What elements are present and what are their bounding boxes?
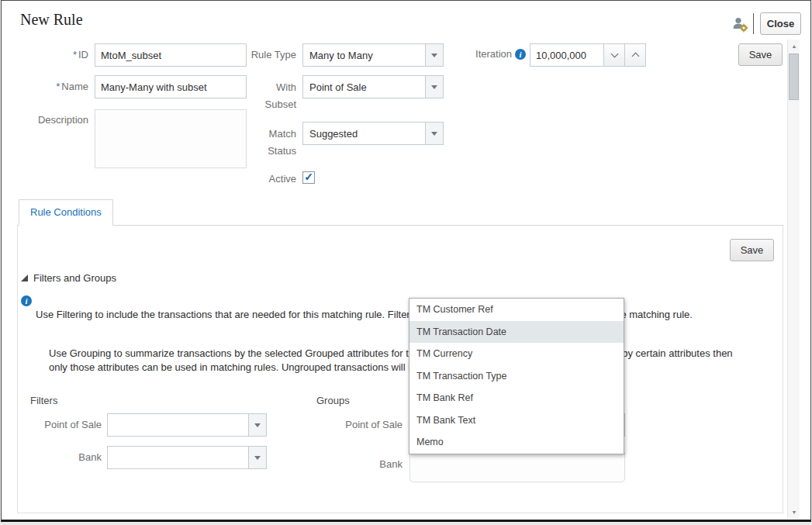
rule-type-label: Rule Type [225,49,296,61]
tab-bar: Rule Conditions [17,199,783,226]
chevron-down-icon[interactable] [425,76,443,98]
chevron-down-icon[interactable] [425,44,443,66]
chevron-down-icon[interactable] [248,447,266,468]
dropdown-item[interactable]: TM Currency [409,343,624,365]
with-subset-select[interactable]: Point of Sale [302,75,444,98]
attribute-dropdown: TM Customer Ref TM Transaction Date TM C… [409,298,624,454]
iteration-input[interactable] [530,43,604,67]
new-rule-dialog: New Rule Close *ID Rule Type Many to Man… [1,0,811,522]
dropdown-item[interactable]: TM Transaction Type [409,365,624,388]
description-label: Description [17,114,88,126]
dropdown-item[interactable]: TM Bank Text [409,409,624,432]
dropdown-item[interactable]: TM Customer Ref [409,299,624,321]
with-subset-value: Point of Sale [303,76,425,98]
chevron-up-icon [631,53,639,60]
filtering-help-text: Use Filtering to include the transaction… [36,308,731,322]
description-textarea[interactable] [95,109,247,168]
match-status-label: Match Status [251,126,296,160]
tab-rule-conditions[interactable]: Rule Conditions [19,199,113,226]
id-label: *ID [17,49,88,61]
iteration-increment-button[interactable] [624,43,646,67]
rule-conditions-panel: Save Filters and Groups i Use Filtering … [17,226,783,513]
dropdown-item[interactable]: Memo [409,431,624,454]
with-subset-label: With Subset [251,79,296,113]
iteration-label-row: Iteration i [444,48,526,60]
required-marker: * [56,81,60,92]
filter-point-of-sale-label: Point of Sale [18,419,102,431]
info-icon[interactable]: i [21,295,32,306]
page-title: New Rule [20,11,83,29]
info-icon[interactable]: i [515,49,526,60]
chevron-down-icon[interactable] [248,414,266,436]
iteration-label: Iteration [475,48,512,60]
chevron-down-icon[interactable] [425,123,443,144]
group-point-of-sale-label: Point of Sale [319,419,403,431]
save-button-top[interactable]: Save [738,43,783,66]
scroll-down-icon[interactable]: ▼ [788,506,800,518]
scroll-up-icon[interactable]: ▲ [788,40,800,52]
active-label: Active [225,173,296,185]
grouping-help-text: Use Grouping to summarize transactions b… [49,347,752,375]
rule-type-select[interactable]: Many to Many [302,43,444,67]
section-title: Filters and Groups [33,272,116,284]
iteration-decrement-button[interactable] [603,43,625,67]
rule-type-value: Many to Many [303,44,425,66]
filters-title: Filters [30,395,57,406]
filter-bank-label: Bank [18,451,102,464]
active-checkbox[interactable] [302,171,315,184]
match-status-value: Suggested [303,123,425,144]
match-status-select[interactable]: Suggested [302,122,444,145]
filter-point-of-sale-select[interactable] [107,413,267,437]
group-bank-label: Bank [319,458,403,471]
group-bank-field[interactable] [409,450,625,482]
dropdown-item[interactable]: TM Bank Ref [409,387,624,409]
id-input[interactable] [95,43,247,67]
dropdown-item-highlighted[interactable]: TM Transaction Date [409,321,624,344]
header-divider [753,13,754,34]
panel-save-button[interactable]: Save [730,239,774,261]
user-settings-icon[interactable] [731,16,749,33]
required-marker: * [73,49,77,60]
close-button[interactable]: Close [760,12,801,35]
filter-bank-select[interactable] [107,446,267,469]
name-label: *Name [17,81,88,93]
vertical-scrollbar[interactable]: ▲ ▼ [787,40,800,518]
scrollbar-thumb[interactable] [789,54,799,100]
groups-title: Groups [316,395,350,406]
filters-groups-section-header: Filters and Groups [21,272,116,284]
collapse-triangle-icon[interactable] [21,275,28,281]
chevron-down-icon [610,50,618,58]
name-input[interactable] [95,75,247,98]
